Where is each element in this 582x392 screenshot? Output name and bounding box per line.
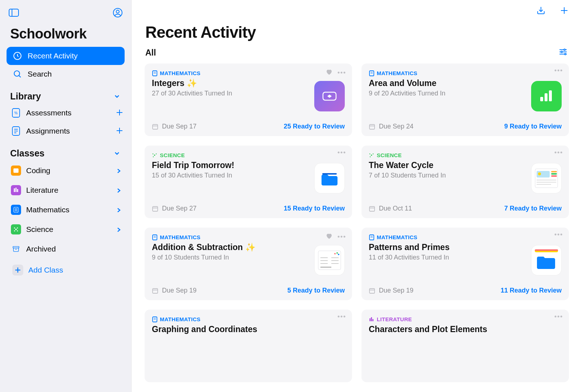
heart-icon[interactable]	[326, 69, 332, 76]
ready-to-review[interactable]: 25 Ready to Review	[284, 123, 345, 130]
book-icon	[152, 70, 157, 76]
due-date: Due Sep 19	[379, 287, 413, 294]
activity-card[interactable]: SCIENCE Field Trip Tomorrow! 15 of 30 Ac…	[145, 146, 352, 218]
more-icon[interactable]	[338, 72, 345, 74]
svg-point-47	[344, 72, 345, 74]
app-title: Schoolwork	[0, 20, 131, 47]
activity-card[interactable]: LITERATURE Characters and Plot Elements	[361, 310, 569, 382]
nav-label: Recent Activity	[28, 52, 78, 60]
svg-point-45	[338, 72, 340, 74]
svg-rect-100	[320, 257, 328, 258]
chevron-right-icon	[117, 168, 122, 173]
thumbnail	[314, 245, 345, 275]
svg-point-37	[564, 49, 565, 50]
more-icon[interactable]	[554, 315, 562, 318]
clock-icon	[12, 51, 23, 61]
ready-to-review[interactable]: 7 Ready to Review	[504, 205, 562, 212]
svg-rect-57	[540, 97, 543, 101]
subject-label: LITERATURE	[377, 316, 412, 322]
activity-card[interactable]: MATHEMATICS Integers ✨ 27 of 30 Activiti…	[145, 64, 352, 136]
more-icon[interactable]	[338, 151, 345, 154]
svg-point-99	[338, 254, 339, 255]
library-header[interactable]: Library	[0, 83, 131, 104]
library-assignments[interactable]: Assignments	[0, 122, 131, 140]
due-date: Due Sep 17	[162, 123, 197, 130]
svg-rect-82	[551, 171, 557, 172]
svg-rect-60	[369, 124, 375, 129]
svg-rect-87	[537, 184, 551, 185]
download-icon[interactable]	[535, 5, 546, 16]
nav-recent-activity[interactable]: Recent Activity	[7, 47, 125, 65]
ready-to-review[interactable]: 9 Ready to Review	[504, 123, 562, 130]
calendar-icon	[152, 287, 158, 294]
ready-to-review[interactable]: 15 Ready to Review	[284, 205, 345, 212]
activity-card[interactable]: MATHEMATICS Area and Volume 9 of 20 Acti…	[361, 64, 569, 136]
ready-to-review[interactable]: 5 Ready to Review	[287, 287, 345, 294]
subject-label: MATHEMATICS	[160, 316, 201, 322]
activity-card[interactable]: MATHEMATICS Graphing and Coordinates	[145, 310, 352, 382]
svg-rect-83	[551, 173, 557, 175]
svg-point-54	[555, 70, 557, 72]
class-science[interactable]: Science	[0, 220, 131, 239]
svg-line-6	[19, 75, 21, 77]
classes-header[interactable]: Classes	[0, 140, 131, 161]
search-icon	[12, 69, 23, 79]
due-date: Due Oct 11	[379, 205, 412, 212]
activity-card[interactable]: MATHEMATICS Addition & Subtraction ✨ 9 o…	[145, 228, 352, 300]
main-content: Recent Activity All MATHEMATICS Integers…	[132, 0, 582, 392]
svg-point-122	[338, 316, 340, 318]
due-date: Due Sep 27	[162, 205, 197, 212]
card-title: Field Trip Tomorrow!	[152, 160, 309, 170]
ready-to-review[interactable]: 11 Ready to Review	[501, 287, 562, 294]
svg-rect-102	[320, 260, 328, 261]
class-mathematics[interactable]: Mathematics	[0, 200, 131, 220]
svg-point-74	[373, 154, 374, 155]
svg-point-77	[558, 152, 559, 154]
svg-text:%: %	[15, 111, 18, 115]
add-class-button[interactable]: Add Class	[7, 261, 125, 279]
thumbnail	[531, 163, 562, 193]
svg-rect-0	[9, 9, 19, 16]
svg-point-95	[344, 236, 345, 238]
filter-label[interactable]: All	[145, 48, 156, 58]
account-icon[interactable]	[113, 8, 122, 17]
activity-card[interactable]: SCIENCE The Water Cycle 7 of 10 Students…	[361, 146, 569, 218]
more-icon[interactable]	[554, 69, 562, 72]
plus-icon[interactable]	[559, 5, 570, 16]
library-assessments[interactable]: % Assessments	[0, 104, 131, 122]
activity-card[interactable]: MATHEMATICS Patterns and Primes 11 of 30…	[361, 228, 569, 300]
svg-point-67	[341, 152, 343, 154]
svg-rect-17	[13, 168, 19, 173]
svg-rect-127	[372, 319, 373, 321]
sidebar-toggle-icon[interactable]	[9, 9, 19, 17]
svg-point-130	[561, 316, 562, 318]
nav-search[interactable]: Search	[7, 65, 125, 83]
subject-label: MATHEMATICS	[377, 70, 417, 76]
due-date: Due Sep 19	[162, 287, 197, 294]
svg-point-128	[555, 316, 557, 318]
subject-label: SCIENCE	[160, 152, 185, 158]
svg-point-25	[15, 229, 17, 230]
due-date: Due Sep 24	[379, 123, 413, 130]
svg-point-72	[371, 155, 372, 156]
svg-rect-30	[13, 246, 19, 248]
svg-point-113	[558, 234, 559, 236]
plus-icon[interactable]	[115, 126, 125, 136]
card-subtitle: 9 of 20 Activities Turned In	[369, 90, 526, 97]
card-subtitle: 7 of 10 Students Turned In	[369, 172, 526, 179]
heart-icon[interactable]	[326, 233, 332, 240]
class-literature[interactable]: Literature	[0, 180, 131, 200]
more-icon[interactable]	[338, 315, 345, 318]
card-title: The Water Cycle	[369, 160, 526, 170]
more-icon[interactable]	[554, 151, 562, 154]
more-icon[interactable]	[554, 233, 562, 236]
chevron-right-icon	[117, 207, 122, 212]
class-archived[interactable]: Archived	[0, 239, 131, 259]
mathematics-icon	[11, 205, 21, 215]
class-coding[interactable]: Coding	[0, 161, 131, 180]
more-icon[interactable]	[338, 236, 345, 238]
plus-icon[interactable]	[115, 108, 125, 118]
svg-rect-104	[320, 263, 328, 264]
filter-icon[interactable]	[559, 48, 568, 58]
svg-rect-59	[549, 90, 552, 101]
